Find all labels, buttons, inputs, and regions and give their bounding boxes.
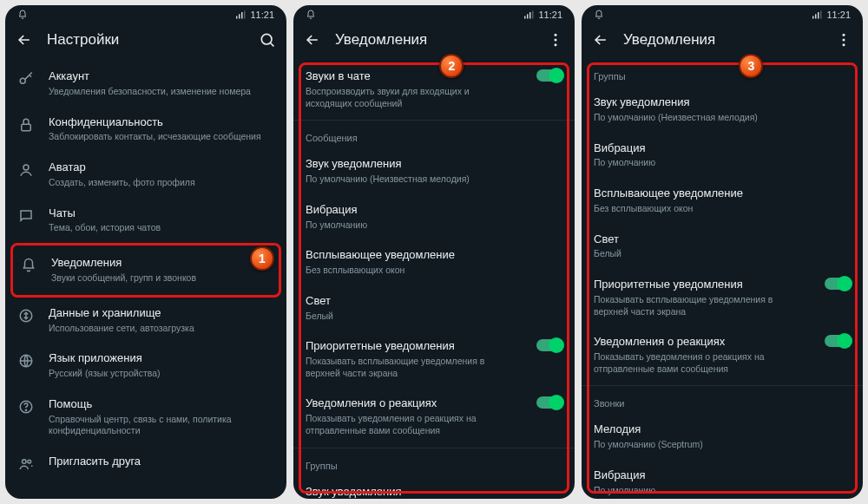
bell-icon xyxy=(20,256,37,273)
item-label: Данные и хранилище xyxy=(49,306,274,321)
item-label: Уведомления о реакциях xyxy=(594,335,806,350)
svg-point-4 xyxy=(261,34,272,44)
item-label: Свет xyxy=(306,294,562,309)
vibration-row[interactable]: ВибрацияПо умолчанию xyxy=(293,194,575,240)
section-groups: Группы xyxy=(293,450,575,476)
item-label: Язык приложения xyxy=(49,351,274,366)
item-label: Вибрация xyxy=(594,141,851,156)
popup-row[interactable]: Всплывающее уведомлениеБез всплывающих о… xyxy=(293,239,575,285)
item-label: Чаты xyxy=(49,206,274,221)
svg-rect-16 xyxy=(529,12,531,19)
invite-icon xyxy=(17,455,35,472)
settings-item-privacy[interactable]: КонфиденциальностьЗаблокировать контакты… xyxy=(5,107,286,153)
item-sub: По умолчанию xyxy=(594,157,851,169)
search-icon[interactable] xyxy=(259,31,276,49)
page-title: Уведомления xyxy=(623,31,821,49)
switch-toggle[interactable] xyxy=(536,69,562,82)
switch-toggle[interactable] xyxy=(536,396,562,409)
item-label: Звук уведомления xyxy=(306,157,562,172)
svg-point-26 xyxy=(843,39,845,42)
svg-point-18 xyxy=(555,34,557,36)
item-label: Звук уведомления xyxy=(594,95,851,110)
reactions-row[interactable]: Уведомления о реакцияхПоказывать уведомл… xyxy=(293,388,575,445)
item-label: Звук уведомления xyxy=(306,485,562,499)
screen-notifications-groups: 11:21 Уведомления Группы Звук уведомлени… xyxy=(582,5,863,499)
chat-sounds-row[interactable]: Звуки в чатеВоспроизводить звуки для вхо… xyxy=(293,61,575,118)
group-vibration-row[interactable]: ВибрацияПо умолчанию xyxy=(582,133,863,179)
item-label: Приоритетные уведомления xyxy=(306,339,517,354)
item-label: Уведомления xyxy=(51,256,266,271)
settings-item-data[interactable]: Данные и хранилищеИспользование сети, ав… xyxy=(5,298,286,344)
settings-item-account[interactable]: АккаунтУведомления безопасности, изменен… xyxy=(5,61,286,107)
item-sub: Создать, изменить, фото профиля xyxy=(49,177,274,189)
item-sub: Без всплывающих окон xyxy=(594,203,851,215)
group-sound-row[interactable]: Звук уведомленияПо умолчанию (Неизвестна… xyxy=(582,87,863,133)
titlebar: Уведомления xyxy=(582,23,863,61)
settings-list: АккаунтУведомления безопасности, изменен… xyxy=(5,61,286,499)
settings-item-notifications[interactable]: УведомленияЗвуки сообщений, групп и звон… xyxy=(13,247,279,293)
group-priority-row[interactable]: Приоритетные уведомленияПоказывать всплы… xyxy=(582,269,863,326)
more-icon[interactable] xyxy=(835,31,852,49)
help-icon xyxy=(17,397,35,415)
svg-point-19 xyxy=(555,39,557,42)
bell-outline-icon xyxy=(594,10,604,20)
item-sub: Русский (язык устройства) xyxy=(49,368,274,380)
section-messages: Сообщения xyxy=(293,122,575,148)
item-label: Уведомления о реакциях xyxy=(306,396,517,411)
settings-item-language[interactable]: Язык приложенияРусский (язык устройства) xyxy=(5,343,286,389)
call-vibration-row[interactable]: ВибрацияПо умолчанию xyxy=(582,460,863,499)
group-sound-peek[interactable]: Звук уведомления xyxy=(293,476,575,499)
item-sub: Уведомления безопасности, изменение номе… xyxy=(49,86,274,98)
item-sub: Тема, обои, история чатов xyxy=(49,222,274,234)
screen-settings: 11:21 Настройки АккаунтУведомления безоп… xyxy=(5,5,286,499)
back-icon[interactable] xyxy=(16,31,33,49)
item-sub: По умолчанию (Неизвестная мелодия) xyxy=(594,112,851,124)
call-ringtone-row[interactable]: МелодияПо умолчанию (Sceptrum) xyxy=(582,414,863,460)
signal-icon xyxy=(236,10,247,19)
item-label: Вибрация xyxy=(594,468,851,483)
notifications-list: Группы Звук уведомленияПо умолчанию (Неи… xyxy=(582,61,863,499)
settings-item-help[interactable]: ПомощьСправочный центр, связь с нами, по… xyxy=(5,389,286,446)
back-icon[interactable] xyxy=(592,31,609,49)
bell-outline-icon xyxy=(306,10,316,20)
switch-toggle[interactable] xyxy=(825,278,851,290)
titlebar: Настройки xyxy=(5,23,286,61)
svg-rect-22 xyxy=(815,14,817,18)
settings-item-invite[interactable]: Пригласить друга xyxy=(5,446,286,481)
switch-toggle[interactable] xyxy=(825,335,851,347)
group-reactions-row[interactable]: Уведомления о реакцияхПоказывать уведомл… xyxy=(582,326,863,383)
settings-item-avatar[interactable]: АватарСоздать, изменить, фото профиля xyxy=(5,152,286,198)
svg-point-27 xyxy=(843,43,845,46)
item-label: Помощь xyxy=(49,397,274,412)
item-label: Вибрация xyxy=(306,203,562,218)
data-icon xyxy=(17,306,35,324)
item-label: Звуки в чате xyxy=(306,69,517,84)
titlebar: Уведомления xyxy=(293,23,575,61)
item-label: Приоритетные уведомления xyxy=(594,278,806,292)
item-sub: По умолчанию xyxy=(306,219,562,232)
status-bar: 11:21 xyxy=(582,5,863,23)
light-row[interactable]: СветБелый xyxy=(293,285,575,331)
status-time: 11:21 xyxy=(250,10,274,20)
svg-point-20 xyxy=(555,43,557,46)
section-calls: Звонки xyxy=(582,388,863,414)
svg-rect-24 xyxy=(820,11,822,19)
svg-rect-6 xyxy=(22,124,31,131)
notif-sound-row[interactable]: Звук уведомленияПо умолчанию (Неизвестна… xyxy=(293,148,575,194)
back-icon[interactable] xyxy=(304,31,321,49)
svg-point-12 xyxy=(23,460,27,464)
item-sub: Заблокировать контакты, исчезающие сообщ… xyxy=(49,131,274,143)
status-bar: 11:21 xyxy=(293,5,575,23)
more-icon[interactable] xyxy=(547,31,564,49)
priority-row[interactable]: Приоритетные уведомленияПоказывать всплы… xyxy=(293,331,575,388)
settings-item-chats[interactable]: ЧатыТема, обои, история чатов xyxy=(5,198,286,244)
item-label: Пригласить друга xyxy=(49,455,274,469)
switch-toggle[interactable] xyxy=(536,339,562,351)
group-light-row[interactable]: СветБелый xyxy=(582,224,863,270)
svg-point-7 xyxy=(23,165,29,170)
item-sub: По умолчанию (Неизвестная мелодия) xyxy=(306,173,562,186)
item-sub: Воспроизводить звуки для входящих и исхо… xyxy=(306,86,517,109)
item-label: Всплывающее уведомление xyxy=(594,187,851,201)
group-popup-row[interactable]: Всплывающее уведомлениеБез всплывающих о… xyxy=(582,178,863,224)
item-label: Мелодия xyxy=(594,422,851,437)
